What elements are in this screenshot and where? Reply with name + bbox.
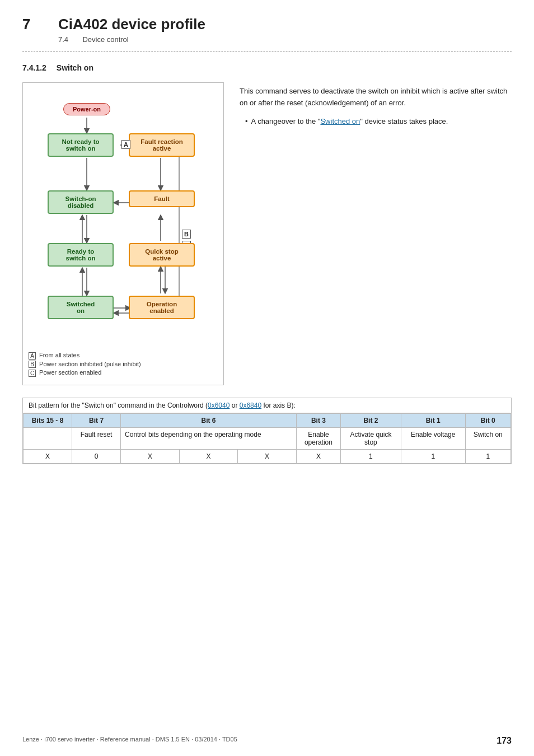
subheader-bit0: Switch on (465, 427, 510, 449)
col-header-bit3: Bit 3 (296, 413, 340, 427)
col-header-bits15-8: Bits 15 - 8 (24, 413, 72, 427)
col-header-bit0: Bit 0 (465, 413, 510, 427)
switched-on-link[interactable]: Switched on (320, 117, 360, 125)
cell-bit4: X (238, 449, 297, 463)
bit-pattern-table: Bits 15 - 8 Bit 7 Bit 6 Bit 3 Bit 2 Bit … (23, 413, 511, 464)
section-title: Switch on (57, 63, 93, 72)
cell-bits15-8: X (24, 449, 72, 463)
section-number: 7.4.1.2 (22, 63, 46, 72)
state-diagram-box: Power-on Not ready toswitch on Fault rea… (22, 82, 224, 385)
cell-bit5: X (179, 449, 238, 463)
cell-bit6: X (121, 449, 180, 463)
label-a: A (121, 140, 130, 149)
legend-text-a: From all states (39, 352, 79, 358)
legend-text-b: Power section inhibited (pulse inhibit) (39, 361, 141, 367)
col-header-bit1: Bit 1 (401, 413, 465, 427)
chapter-title: CiA402 device profile (58, 16, 205, 33)
sub-chapter-title: Device control (82, 35, 128, 44)
label-b: B (182, 230, 191, 239)
subheader-bit6-span: Control bits depending on the operating … (121, 427, 297, 449)
bit-pattern-table-section: Bit pattern for the "Switch on" command … (22, 398, 512, 464)
col-header-bit6: Bit 6 (121, 413, 297, 427)
table-row: X 0 X X X X 1 1 1 (24, 449, 511, 463)
switch-on-disabled-node: Switch-ondisabled (48, 190, 114, 214)
footer-left: Lenze · i700 servo inverter · Reference … (22, 736, 237, 746)
cell-bit3: X (296, 449, 340, 463)
col-header-bit7: Bit 7 (72, 413, 121, 427)
description-text: This command serves to deactivate the sw… (240, 82, 512, 385)
subheader-bit7: Fault reset (72, 427, 121, 449)
poweron-node: Power-on (63, 103, 110, 115)
chapter-number: 7 (22, 16, 45, 33)
cell-bit2: 1 (340, 449, 401, 463)
subheader-bits15-8 (24, 427, 72, 449)
table-caption: Bit pattern for the "Switch on" command … (23, 398, 511, 413)
footer: Lenze · i700 servo inverter · Reference … (0, 736, 534, 746)
link-0x6840[interactable]: 0x6840 (240, 402, 261, 409)
quick-stop-node: Quick stopactive (129, 243, 195, 267)
legend-key-a: A (29, 352, 36, 360)
legend-text-c: Power section enabled (39, 369, 101, 376)
content-row: Power-on Not ready toswitch on Fault rea… (22, 82, 512, 385)
sub-chapter-num: 7.4 (58, 35, 68, 44)
diagram-legend: A From all states B Power section inhibi… (29, 352, 218, 377)
bullet-text: A changeover to the "Switched on" device… (251, 116, 448, 128)
cell-bit7: 0 (72, 449, 121, 463)
main-description: This command serves to deactivate the sw… (240, 86, 512, 109)
operation-enabled-node: Operationenabled (129, 296, 195, 319)
bullet-item: • A changeover to the "Switched on" devi… (245, 116, 512, 128)
subheader-bit1: Enable voltage (401, 427, 465, 449)
switched-on-node: Switchedon (48, 296, 114, 319)
subheader-bit3: Enableoperation (296, 427, 340, 449)
legend-key-c: C (29, 370, 36, 377)
cell-bit0: 1 (465, 449, 510, 463)
cell-bit1: 1 (401, 449, 465, 463)
legend-key-b: B (29, 361, 36, 368)
diagram-inner: Power-on Not ready toswitch on Fault rea… (31, 91, 216, 348)
ready-to-switch-node: Ready toswitch on (48, 243, 114, 267)
footer-page: 173 (496, 736, 512, 746)
fault-reaction-node: Fault reactionactive (129, 133, 195, 157)
link-0x6040[interactable]: 0x6040 (208, 402, 229, 409)
section-divider (22, 52, 512, 52)
fault-node: Fault (129, 190, 195, 207)
subheader-bit2: Activate quickstop (340, 427, 401, 449)
not-ready-node: Not ready toswitch on (48, 133, 114, 157)
col-header-bit2: Bit 2 (340, 413, 401, 427)
